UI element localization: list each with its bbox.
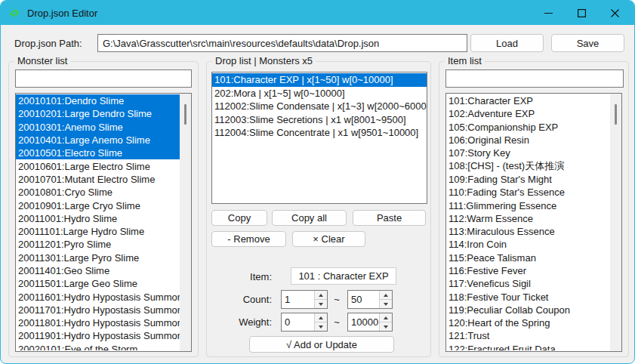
- list-item[interactable]: 110:Fading Star's Essence: [446, 186, 610, 199]
- list-item[interactable]: 112004:Slime Concentrate | x1 w[9501~100…: [212, 126, 427, 140]
- scrollbar-thumb[interactable]: [184, 104, 186, 125]
- paste-button[interactable]: Paste: [353, 210, 426, 226]
- app-window: Drop.json Editor Drop.json Path: Load Sa…: [0, 0, 635, 364]
- list-item[interactable]: 20010101:Dendro Slime: [16, 94, 180, 107]
- monster-list-panel: Monster list 20010101:Dendro Slime200102…: [8, 61, 199, 357]
- clear-button[interactable]: × Clear: [292, 231, 365, 247]
- spin-up-button[interactable]: [315, 291, 327, 299]
- scrollbar-thumb[interactable]: [615, 104, 617, 125]
- close-button[interactable]: [598, 1, 631, 25]
- list-item[interactable]: 20011001:Hydro Slime: [16, 212, 180, 225]
- weight-range-separator: ~: [331, 316, 342, 328]
- list-item[interactable]: 101:Character EXP | x[1~50] w[0~10000]: [212, 73, 427, 87]
- spin-down-button[interactable]: [380, 322, 392, 331]
- list-item[interactable]: 113:Miraculous Essence: [446, 225, 610, 238]
- list-item[interactable]: 109:Fading Star's Might: [446, 173, 610, 186]
- monster-list-scrollbar[interactable]: [180, 94, 191, 351]
- list-item[interactable]: 114:Iron Coin: [446, 238, 610, 251]
- list-item[interactable]: 112:Warm Essence: [446, 212, 610, 225]
- count-field-label: Count:: [207, 294, 272, 305]
- item-list-scrollbar[interactable]: [610, 94, 621, 351]
- list-item[interactable]: 20010401:Large Anemo Slime: [16, 134, 180, 147]
- list-item[interactable]: 20010501:Electro Slime: [16, 147, 180, 159]
- item-value-field[interactable]: 101 : Character EXP: [291, 267, 396, 285]
- monster-listbox[interactable]: 20010101:Dendro Slime20010201:Large Dend…: [15, 93, 192, 352]
- list-item[interactable]: 20011401:Geo Slime: [16, 264, 180, 277]
- count-min-spinner[interactable]: [281, 290, 328, 309]
- item-list-title: Item list: [445, 55, 485, 66]
- spin-down-button[interactable]: [380, 299, 392, 308]
- list-item[interactable]: 20010701:Mutant Electro Slime: [16, 173, 180, 186]
- list-item[interactable]: 118:Festive Tour Ticket: [446, 290, 610, 303]
- list-item[interactable]: 20011601:Hydro Hypostasis Summon: [16, 290, 180, 303]
- list-item[interactable]: 119:Peculiar Collab Coupon: [446, 304, 610, 316]
- path-input[interactable]: [97, 34, 467, 52]
- drop-list-panel: Drop list | Monsters x5 101:Character EX…: [206, 61, 431, 357]
- list-item[interactable]: 20010201:Large Dendro Slime: [16, 107, 180, 120]
- count-range-separator: ~: [331, 294, 342, 305]
- list-item[interactable]: 112002:Slime Condensate | x[1~3] w[2000~…: [212, 100, 427, 113]
- list-item[interactable]: 102:Adventure EXP: [446, 107, 610, 120]
- list-item[interactable]: 20011301:Large Pyro Slime: [16, 251, 180, 264]
- remove-button[interactable]: - Remove: [211, 231, 286, 247]
- list-item[interactable]: 105:Companionship EXP: [446, 121, 610, 134]
- load-button[interactable]: Load: [470, 34, 544, 52]
- list-item[interactable]: 20010901:Large Cryo Slime: [16, 199, 180, 211]
- list-item[interactable]: 20011201:Pyro Slime: [16, 238, 180, 251]
- weight-min-input[interactable]: [282, 313, 314, 331]
- window-title: Drop.json Editor: [27, 8, 97, 19]
- list-item[interactable]: 106:Original Resin: [446, 134, 610, 147]
- monster-search-input[interactable]: [15, 69, 192, 88]
- count-max-spinner[interactable]: [347, 290, 393, 309]
- spin-down-button[interactable]: [315, 322, 327, 331]
- monster-list-title: Monster list: [14, 55, 70, 66]
- title-bar[interactable]: Drop.json Editor: [1, 1, 634, 25]
- list-item[interactable]: 20010801:Cryo Slime: [16, 186, 180, 199]
- spin-down-button[interactable]: [315, 299, 327, 308]
- list-item[interactable]: 20011501:Large Geo Slime: [16, 277, 180, 290]
- list-item[interactable]: 108:[CHS] - (test)天体推演: [446, 159, 610, 172]
- list-item[interactable]: 107:Story Key: [446, 147, 610, 159]
- weight-min-spinner[interactable]: [281, 313, 328, 332]
- item-list-panel: Item list 101:Character EXP102:Adventure…: [439, 61, 629, 357]
- list-item[interactable]: 20011801:Hydro Hypostasis Summon: [16, 316, 180, 329]
- list-item[interactable]: 115:Peace Talisman: [446, 251, 610, 264]
- list-item[interactable]: 202:Mora | x[1~5] w[0~10000]: [212, 87, 427, 100]
- copy-button[interactable]: Copy: [211, 210, 267, 226]
- list-item[interactable]: 20020101:Eye of the Storm: [16, 343, 180, 350]
- weight-max-spinner[interactable]: [347, 313, 393, 332]
- item-listbox[interactable]: 101:Character EXP102:Adventure EXP105:Co…: [445, 93, 622, 352]
- list-item[interactable]: 116:Festive Fever: [446, 264, 610, 277]
- maximize-button[interactable]: [565, 1, 598, 25]
- list-item[interactable]: 121:Trust: [446, 329, 610, 342]
- list-item[interactable]: 20010301:Anemo Slime: [16, 121, 180, 134]
- item-search-input[interactable]: [445, 69, 624, 88]
- item-field-label: Item:: [207, 271, 272, 282]
- list-item[interactable]: 101:Character EXP: [446, 94, 610, 107]
- save-button[interactable]: Save: [551, 34, 624, 52]
- list-item[interactable]: 20011701:Hydro Hypostasis Summon: [16, 304, 180, 316]
- list-item[interactable]: 120:Heart of the Spring: [446, 316, 610, 329]
- spin-up-button[interactable]: [380, 313, 392, 322]
- path-label: Drop.json Path:: [14, 38, 82, 49]
- spin-up-button[interactable]: [315, 313, 327, 322]
- list-item[interactable]: 20011901:Hydro Hypostasis Summon: [16, 329, 180, 342]
- drop-listbox[interactable]: 101:Character EXP | x[1~50] w[0~10000]20…: [211, 72, 427, 204]
- list-item[interactable]: 20010601:Large Electro Slime: [16, 159, 180, 172]
- spin-up-button[interactable]: [380, 291, 392, 299]
- megaphone-icon: [8, 6, 21, 20]
- copy-all-button[interactable]: Copy all: [272, 210, 347, 226]
- list-item[interactable]: 122:Fractured Fruit Data: [446, 343, 610, 350]
- count-max-input[interactable]: [348, 291, 379, 308]
- count-min-input[interactable]: [282, 291, 314, 308]
- weight-field-label: Weight:: [207, 316, 272, 328]
- list-item[interactable]: 112003:Slime Secretions | x1 w[8001~9500…: [212, 113, 427, 127]
- list-item[interactable]: 20011101:Large Hydro Slime: [16, 225, 180, 238]
- drop-list-title: Drop list | Monsters x5: [212, 55, 316, 66]
- list-item[interactable]: 117:Veneficus Sigil: [446, 277, 610, 290]
- weight-max-input[interactable]: [348, 313, 379, 331]
- add-or-update-button[interactable]: √ Add or Update: [249, 336, 394, 353]
- list-item[interactable]: 111:Glimmering Essence: [446, 199, 610, 211]
- minimize-button[interactable]: [532, 1, 565, 25]
